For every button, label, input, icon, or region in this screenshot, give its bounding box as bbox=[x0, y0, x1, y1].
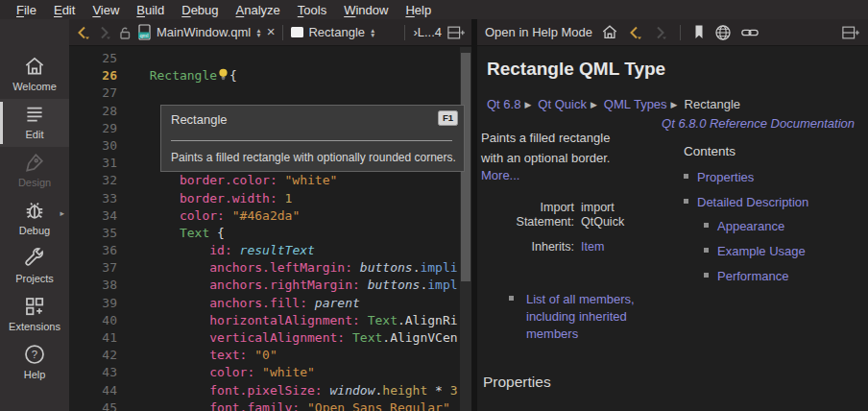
lock-icon bbox=[117, 25, 133, 40]
code-line-35[interactable]: Text { bbox=[134, 225, 460, 242]
reference-doc-link[interactable]: Qt 6.8.0 Reference Documentation bbox=[662, 116, 855, 131]
sidebar-item-edit[interactable]: Edit bbox=[0, 99, 69, 147]
split-editor-icon[interactable] bbox=[446, 24, 466, 41]
code-line-38[interactable]: anchors.rightMargin: buttons.impl bbox=[134, 277, 460, 294]
home-icon[interactable] bbox=[601, 24, 618, 40]
contents-link-label: Example Usage bbox=[717, 244, 806, 258]
code-line-40[interactable]: horizontalAlignment: Text.AlignRi bbox=[134, 312, 460, 329]
breadcrumb-separator-icon: ▶ bbox=[671, 100, 678, 109]
line-number[interactable]: 31 bbox=[69, 155, 117, 172]
contents-link-example-usage[interactable]: Example Usage bbox=[684, 244, 866, 269]
back-icon[interactable] bbox=[75, 24, 91, 41]
bookmark-icon[interactable] bbox=[692, 24, 706, 40]
sidebar-item-debug[interactable]: Debug▸ bbox=[0, 195, 69, 243]
line-number[interactable]: 30 bbox=[69, 137, 117, 155]
menu-view[interactable]: View bbox=[84, 2, 128, 18]
open-document-selector[interactable]: MainWindow.qml bbox=[157, 25, 251, 39]
sidebar-item-projects[interactable]: Projects bbox=[0, 243, 69, 291]
code-line-34[interactable]: color: "#46a2da" bbox=[134, 207, 460, 225]
line-number[interactable]: 33 bbox=[69, 190, 117, 207]
line-number[interactable]: 26 bbox=[69, 67, 117, 85]
contents-link-detailed-description[interactable]: Detailed Description bbox=[684, 195, 866, 220]
line-number[interactable]: 44 bbox=[69, 382, 117, 399]
code-line-25[interactable] bbox=[134, 50, 460, 67]
import-statement-value: import QtQuick bbox=[581, 201, 624, 230]
breadcrumb-qt-6-8[interactable]: Qt 6.8 bbox=[487, 97, 520, 111]
code-line-42[interactable]: text: "0" bbox=[134, 347, 460, 364]
line-number[interactable]: 41 bbox=[69, 329, 117, 347]
sidebar-item-extensions[interactable]: Extensions bbox=[0, 291, 69, 339]
submenu-arrow-icon[interactable]: ▸ bbox=[60, 208, 64, 218]
code-line-43[interactable]: color: "white" bbox=[134, 364, 460, 381]
forward-icon[interactable] bbox=[96, 24, 112, 41]
sidebar-item-welcome[interactable]: Welcome bbox=[0, 51, 69, 99]
breadcrumb-separator-icon: ▶ bbox=[524, 100, 531, 109]
code-line-36[interactable]: id: resultText bbox=[134, 242, 460, 259]
code-line-37[interactable]: anchors.leftMargin: buttons.impli bbox=[134, 259, 460, 277]
close-document-icon[interactable]: × bbox=[267, 24, 276, 38]
line-number[interactable]: 28 bbox=[69, 103, 117, 120]
menu-edit[interactable]: Edit bbox=[45, 2, 84, 18]
help-toolbar: Open in Help Mode bbox=[477, 19, 868, 46]
help-forward-icon[interactable] bbox=[652, 24, 668, 41]
qml-file-icon: qml bbox=[137, 24, 152, 40]
line-number[interactable]: 40 bbox=[69, 312, 117, 329]
menu-file[interactable]: File bbox=[8, 2, 45, 18]
menu-tools[interactable]: Tools bbox=[289, 2, 335, 18]
code-editor[interactable]: 2526272829303132333435363738394041424344… bbox=[69, 47, 471, 411]
menu-debug[interactable]: Debug bbox=[173, 2, 227, 18]
sidebar-item-label: Extensions bbox=[9, 321, 60, 332]
globe-icon[interactable] bbox=[714, 24, 732, 41]
breadcrumb-qt-quick[interactable]: Qt Quick bbox=[538, 97, 587, 111]
line-number[interactable]: 45 bbox=[69, 399, 117, 411]
line-number[interactable]: 27 bbox=[69, 85, 117, 102]
line-number[interactable]: 38 bbox=[69, 277, 117, 294]
bullet-square-icon bbox=[684, 174, 688, 179]
code-line-39[interactable]: anchors.fill: parent bbox=[134, 295, 460, 312]
properties-section-heading: Properties bbox=[483, 374, 551, 391]
line-number-gutter[interactable]: 2526272829303132333435363738394041424344… bbox=[69, 50, 117, 411]
line-number[interactable]: 32 bbox=[69, 172, 117, 189]
code-line-44[interactable]: font.pixelSize: window.height * 3 bbox=[134, 382, 460, 399]
help-back-icon[interactable] bbox=[627, 24, 643, 41]
symbol-selector[interactable]: Rectangle bbox=[308, 25, 365, 39]
split-help-icon[interactable] bbox=[841, 24, 860, 41]
sidebar-item-help[interactable]: ?Help bbox=[0, 339, 69, 387]
line-number[interactable]: 36 bbox=[69, 242, 117, 259]
menu-build[interactable]: Build bbox=[128, 2, 173, 18]
line-number[interactable]: 43 bbox=[69, 364, 117, 381]
cursor-position-indicator[interactable]: ›L...4 bbox=[413, 25, 442, 39]
document-spinner-icon[interactable]: ▲▼ bbox=[255, 28, 261, 37]
line-number[interactable]: 25 bbox=[69, 50, 117, 67]
code-line-27[interactable] bbox=[134, 85, 460, 102]
lightbulb-icon[interactable] bbox=[217, 67, 229, 82]
code-line-41[interactable]: verticalAlignment: Text.AlignVCen bbox=[134, 329, 460, 347]
menu-help[interactable]: Help bbox=[397, 2, 440, 18]
inherits-value-link[interactable]: Item bbox=[581, 240, 604, 254]
menu-window[interactable]: Window bbox=[335, 2, 397, 18]
link-icon[interactable] bbox=[740, 25, 760, 40]
line-number[interactable]: 42 bbox=[69, 347, 117, 364]
toolbar-separator bbox=[282, 25, 283, 40]
open-in-help-mode-button[interactable]: Open in Help Mode bbox=[485, 25, 592, 39]
line-number[interactable]: 34 bbox=[69, 207, 117, 225]
line-number[interactable]: 39 bbox=[69, 295, 117, 312]
edit-icon bbox=[22, 102, 47, 127]
code-line-33[interactable]: border.width: 1 bbox=[134, 190, 460, 207]
code-line-32[interactable]: border.color: "white" bbox=[134, 172, 460, 189]
line-number[interactable]: 29 bbox=[69, 120, 117, 137]
code-line-45[interactable]: font.family: "Open Sans Regular" bbox=[134, 399, 460, 411]
line-number[interactable]: 37 bbox=[69, 259, 117, 277]
members-list-link[interactable]: List of all members, including inherited… bbox=[526, 291, 675, 343]
line-number[interactable]: 35 bbox=[69, 225, 117, 242]
contents-link-properties[interactable]: Properties bbox=[684, 170, 866, 195]
help-content: Rectangle QML Type Qt 6.8▶Qt Quick▶QML T… bbox=[477, 47, 868, 411]
symbol-spinner-icon[interactable]: ▲▼ bbox=[370, 28, 375, 37]
more-link[interactable]: More... bbox=[481, 168, 519, 182]
contents-link-appearance[interactable]: Appearance bbox=[684, 219, 866, 244]
menu-analyze[interactable]: Analyze bbox=[228, 2, 289, 18]
code-line-26[interactable]: Rectangle{ bbox=[134, 67, 460, 85]
editor-scrollbar[interactable] bbox=[460, 47, 471, 411]
contents-link-performance[interactable]: Performance bbox=[684, 269, 866, 294]
breadcrumb-qml-types[interactable]: QML Types bbox=[604, 97, 667, 111]
